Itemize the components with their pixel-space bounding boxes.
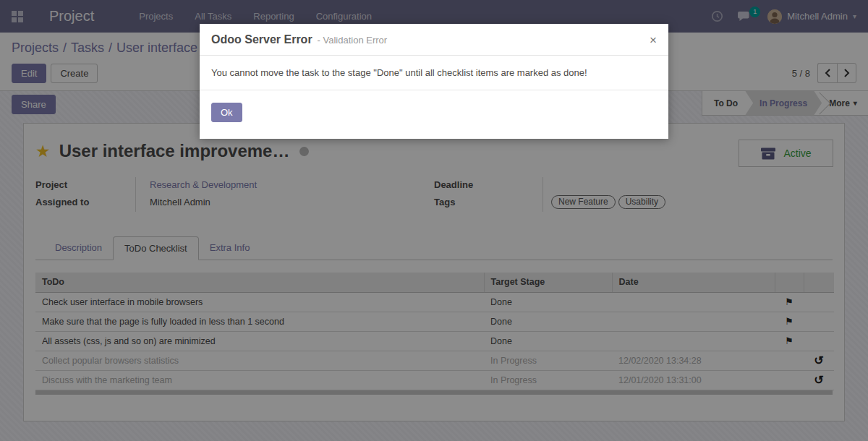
dialog-message: You cannot move the task to the stage "D… bbox=[211, 67, 587, 78]
dialog-title: Odoo Server Error bbox=[211, 33, 312, 46]
ok-button[interactable]: Ok bbox=[211, 103, 242, 122]
close-icon[interactable]: × bbox=[650, 34, 657, 46]
dialog-subtitle: - Validation Error bbox=[318, 35, 388, 46]
error-dialog: Odoo Server Error - Validation Error × Y… bbox=[200, 24, 668, 139]
